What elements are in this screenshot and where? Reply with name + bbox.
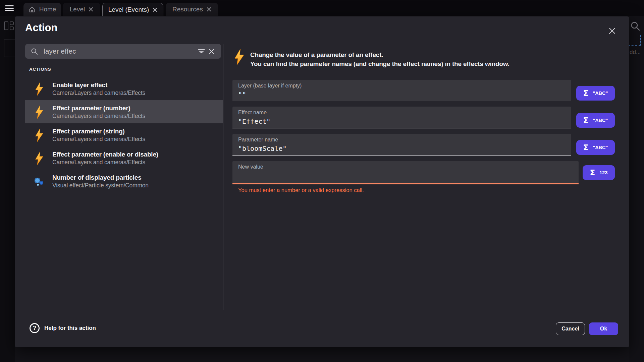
action-title: Effect parameter (number) bbox=[52, 104, 145, 112]
expression-type-label: "ABC" bbox=[593, 118, 608, 123]
field-label: Parameter name bbox=[238, 137, 571, 143]
expression-builder-button-effect-name[interactable]: Σ "ABC" bbox=[576, 113, 615, 128]
validation-error-text: You must enter a number or a valid expre… bbox=[238, 187, 364, 193]
dialog-title: Action bbox=[25, 22, 57, 34]
tab-level[interactable]: Level bbox=[63, 3, 100, 16]
field-label: Layer (base layer if empty) bbox=[238, 83, 571, 89]
menu-icon[interactable] bbox=[5, 5, 14, 11]
panel-divider bbox=[223, 44, 223, 310]
app-window: Home Level Level (Events) Resources bbox=[0, 0, 644, 362]
sigma-icon: Σ bbox=[583, 89, 589, 98]
actions-list: Enable layer effect Camera/Layers and ca… bbox=[25, 77, 223, 193]
sigma-icon: Σ bbox=[583, 143, 589, 152]
tab-home[interactable]: Home bbox=[23, 3, 61, 16]
expression-builder-button-parameter-name[interactable]: Σ "ABC" bbox=[576, 140, 615, 155]
tab-label: Home bbox=[39, 6, 56, 13]
tab-level-events[interactable]: Level (Events) bbox=[102, 3, 163, 16]
filter-icon bbox=[198, 49, 205, 54]
lightning-icon bbox=[235, 49, 244, 66]
action-title: Number of displayed particles bbox=[52, 173, 149, 182]
action-path: Camera/Layers and cameras/Effects bbox=[52, 112, 145, 120]
left-toolbar-background bbox=[0, 16, 15, 362]
filter-button[interactable] bbox=[196, 46, 206, 56]
action-dialog: Action ACTIONS bbox=[15, 16, 629, 347]
search-icon bbox=[630, 21, 641, 32]
field-value: "bloomScale" bbox=[238, 144, 571, 153]
search-icon bbox=[31, 48, 38, 55]
selection-dashed-outline bbox=[628, 35, 641, 46]
action-title: Effect parameter (string) bbox=[52, 127, 145, 135]
expression-builder-button-layer[interactable]: Σ "ABC" bbox=[576, 86, 615, 101]
close-icon bbox=[208, 48, 215, 55]
close-icon[interactable] bbox=[207, 7, 211, 12]
dialog-close-button[interactable] bbox=[606, 25, 618, 37]
lightning-icon bbox=[34, 152, 44, 165]
expression-type-label: "ABC" bbox=[593, 90, 608, 96]
close-icon[interactable] bbox=[153, 7, 157, 12]
help-label: Help for this action bbox=[44, 325, 96, 331]
description-line-2: You can find the parameter names (and ch… bbox=[250, 59, 509, 68]
help-icon: ? bbox=[30, 323, 40, 333]
field-value: "Effect" bbox=[238, 117, 571, 125]
action-title: Effect parameter (enable or disable) bbox=[52, 150, 158, 159]
description-line-1: Change the value of a parameter of an ef… bbox=[250, 50, 509, 59]
lightning-icon bbox=[34, 82, 44, 96]
action-path: Camera/Layers and cameras/Effects bbox=[52, 135, 145, 143]
list-item-number-of-displayed-particles[interactable]: Number of displayed particles Visual eff… bbox=[25, 170, 223, 193]
tab-label: Level (Events) bbox=[108, 6, 149, 13]
lightning-icon bbox=[34, 105, 44, 119]
list-item-effect-parameter-number[interactable]: Effect parameter (number) Camera/Layers … bbox=[25, 100, 223, 123]
help-link[interactable]: ? Help for this action bbox=[30, 323, 96, 333]
field-label: Effect name bbox=[238, 110, 571, 116]
right-panel-background: dd... bbox=[629, 16, 644, 362]
action-title: Enable layer effect bbox=[52, 81, 145, 89]
action-description: Change the value of a parameter of an ef… bbox=[250, 50, 509, 68]
action-path: Camera/Layers and cameras/Effects bbox=[52, 159, 158, 166]
clear-search-button[interactable] bbox=[206, 46, 216, 56]
tab-resources[interactable]: Resources bbox=[166, 3, 218, 16]
particles-icon bbox=[34, 177, 44, 186]
list-item-enable-layer-effect[interactable]: Enable layer effect Camera/Layers and ca… bbox=[25, 77, 223, 100]
expression-type-label: 123 bbox=[599, 170, 607, 175]
action-path: Camera/Layers and cameras/Effects bbox=[52, 89, 145, 97]
ok-label: Ok bbox=[600, 326, 607, 332]
cancel-label: Cancel bbox=[561, 326, 579, 332]
new-value-field[interactable]: New value bbox=[232, 161, 579, 184]
ok-button[interactable]: Ok bbox=[589, 322, 618, 335]
expression-builder-button-new-value[interactable]: Σ 123 bbox=[583, 165, 615, 180]
list-item-effect-parameter-string[interactable]: Effect parameter (string) Camera/Layers … bbox=[25, 123, 223, 146]
home-icon bbox=[29, 6, 36, 13]
layout-panels-icon bbox=[4, 21, 15, 31]
field-value: "" bbox=[238, 90, 571, 99]
close-icon bbox=[608, 27, 616, 35]
effect-name-field[interactable]: Effect name "Effect" bbox=[232, 107, 571, 128]
tab-label: Level bbox=[70, 6, 85, 13]
field-label: New value bbox=[238, 164, 579, 170]
action-path: Visual effect/Particle system/Common bbox=[52, 182, 149, 189]
truncated-label: dd... bbox=[630, 49, 641, 56]
list-item-effect-parameter-enable[interactable]: Effect parameter (enable or disable) Cam… bbox=[25, 146, 223, 170]
tab-bar: Home Level Level (Events) Resources bbox=[0, 0, 644, 16]
action-search-bar bbox=[25, 44, 221, 59]
expression-type-label: "ABC" bbox=[593, 145, 608, 150]
lightning-icon bbox=[34, 128, 44, 142]
toolbar-button-outline bbox=[4, 40, 16, 57]
tab-label: Resources bbox=[172, 6, 203, 13]
layer-field[interactable]: Layer (base layer if empty) "" bbox=[232, 80, 571, 101]
close-icon[interactable] bbox=[89, 7, 93, 12]
cancel-button[interactable]: Cancel bbox=[556, 322, 585, 335]
actions-section-header: ACTIONS bbox=[29, 67, 51, 72]
search-input[interactable] bbox=[43, 47, 196, 56]
sigma-icon: Σ bbox=[590, 168, 595, 177]
sigma-icon: Σ bbox=[583, 116, 589, 125]
parameter-name-field[interactable]: Parameter name "bloomScale" bbox=[232, 134, 571, 156]
